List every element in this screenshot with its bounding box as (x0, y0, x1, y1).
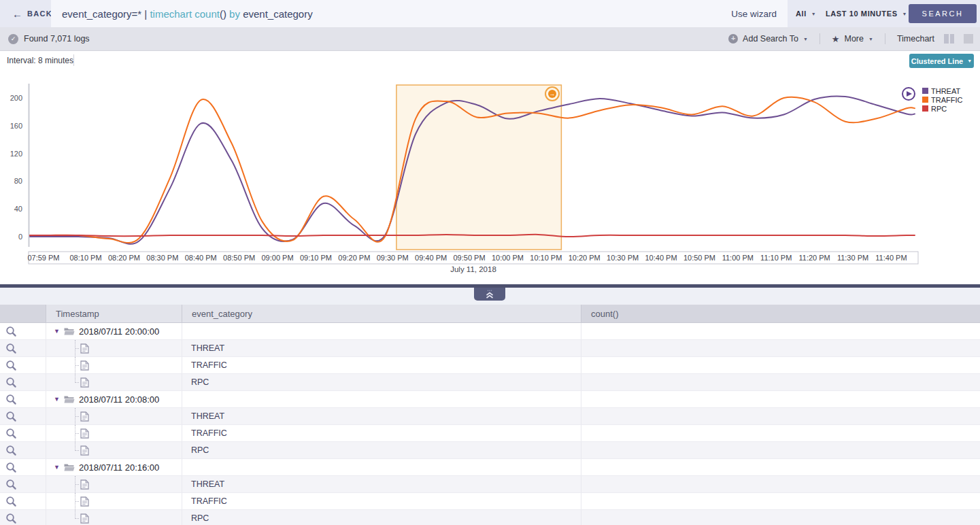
row-search-button[interactable] (5, 479, 17, 490)
chart-type-label: Clustered Line (911, 57, 963, 65)
back-button[interactable]: ← BACK (12, 0, 52, 27)
query-token: () (220, 8, 226, 20)
row-search-button[interactable] (5, 445, 17, 456)
search-button[interactable]: SEARCH (909, 4, 977, 23)
collapse-group-caret-icon[interactable]: ▼ (54, 328, 64, 335)
more-button[interactable]: ★ More ▼ (832, 34, 873, 44)
search-icon (5, 377, 17, 388)
table-header: Timestamp event_category count() (0, 305, 980, 323)
x-tick-label: 11:10 PM (760, 254, 792, 262)
tree-connector (75, 450, 79, 451)
document-icon-wrap (80, 377, 89, 388)
query-token: event_category=* (62, 8, 141, 20)
x-tick-label: 10:50 PM (683, 254, 715, 262)
row-search-button[interactable] (5, 377, 17, 388)
play-button[interactable] (902, 87, 915, 101)
arrow-right-icon: → (548, 90, 556, 98)
top-bar: ← BACK event_category=* | timechart coun… (0, 0, 980, 27)
chart-type-dropdown[interactable]: Clustered Line ▼ (909, 54, 974, 68)
x-tick-label: 08:20 PM (108, 254, 140, 262)
document-icon (80, 428, 89, 439)
row-search-button[interactable] (5, 360, 17, 371)
table-body: ▼2018/07/11 20:00:00THREATTRAFFICRPC▼201… (0, 323, 980, 525)
chart-panel: 0408012016020007:59 PM08:10 PM08:20 PM08… (0, 51, 980, 284)
x-tick-label: 09:40 PM (415, 254, 447, 262)
double-chevron-up-icon (484, 290, 495, 299)
single-panel-icon[interactable] (964, 34, 973, 44)
collapse-chart-tab[interactable] (474, 288, 505, 301)
query-token: by (226, 8, 243, 20)
table-row-event: THREAT (0, 340, 980, 357)
y-tick-label: 160 (10, 122, 22, 130)
search-icon (5, 394, 17, 405)
collapse-group-caret-icon[interactable]: ▼ (54, 396, 64, 403)
table-row-event: THREAT (0, 408, 980, 425)
x-tick-label: 08:40 PM (185, 254, 217, 262)
table-row-group: ▼2018/07/11 20:16:00 (0, 459, 980, 476)
table-row-group: ▼2018/07/11 20:00:00 (0, 323, 980, 340)
toolbar-separator (820, 33, 820, 44)
event-category-value: RPC (191, 445, 209, 455)
event-category-value: TRAFFIC (191, 496, 227, 506)
table-row-event: TRAFFIC (0, 357, 980, 374)
timechart[interactable]: 0408012016020007:59 PM08:10 PM08:20 PM08… (0, 51, 980, 284)
tree-connector (75, 365, 79, 366)
event-category-value: RPC (191, 513, 209, 523)
results-toolbar: ✓ Found 7,071 logs + Add Search To ▼ ★ M… (0, 27, 980, 51)
chevron-down-icon: ▼ (902, 12, 908, 16)
query-token: event_category (243, 8, 313, 20)
scope-dropdown[interactable]: All ▼ (796, 0, 816, 27)
search-icon (5, 479, 17, 490)
query-text: event_category=* | timechart count() by … (62, 8, 313, 20)
row-search-button[interactable] (5, 411, 17, 422)
collapse-group-caret-icon[interactable]: ▼ (54, 464, 64, 471)
query-token: timechart count (150, 8, 220, 20)
found-logs-status: ✓ Found 7,071 logs (8, 34, 90, 44)
tree-connector (75, 484, 79, 485)
search-query-input[interactable]: event_category=* | timechart count() by … (51, 0, 788, 27)
row-search-button[interactable] (5, 496, 17, 507)
x-tick-label: 11:30 PM (837, 254, 868, 262)
event-category-value: THREAT (191, 343, 224, 353)
toolbar-separator (885, 33, 885, 44)
x-tick-label: 10:10 PM (530, 254, 562, 262)
back-label: BACK (27, 10, 52, 18)
table-row-event: THREAT (0, 476, 980, 493)
row-search-button[interactable] (5, 428, 17, 439)
x-tick-label: 08:10 PM (69, 254, 101, 262)
document-icon (80, 496, 89, 507)
chart-date-label: July 11, 2018 (29, 265, 918, 273)
search-icon (5, 462, 17, 473)
star-icon: ★ (832, 35, 840, 44)
legend-label: TRAFFIC (931, 96, 962, 104)
row-search-button[interactable] (5, 343, 17, 354)
table-header-event-category[interactable]: event_category (182, 305, 581, 323)
row-search-button[interactable] (5, 513, 17, 524)
zoom-selection-button[interactable]: → (545, 86, 560, 101)
query-token: | (141, 8, 150, 20)
split-panel-icon[interactable] (944, 34, 954, 44)
tree-connector (75, 433, 79, 434)
group-timestamp: 2018/07/11 20:16:00 (79, 462, 159, 473)
event-category-value: THREAT (191, 411, 224, 421)
use-wizard-link[interactable]: Use wizard (731, 9, 777, 19)
log-search-app: { "topbar": { "back_label": "BACK", "que… (0, 0, 980, 525)
legend-item-threat[interactable]: THREAT (922, 86, 962, 95)
plus-circle-icon: + (728, 34, 738, 44)
legend-item-rpc[interactable]: RPC (922, 104, 962, 113)
row-search-button[interactable] (5, 462, 17, 473)
tree-connector (75, 518, 79, 519)
row-search-button[interactable] (5, 326, 17, 337)
x-tick-label: 10:20 PM (569, 254, 601, 262)
time-range-dropdown[interactable]: LAST 10 MINUTES ▼ (826, 0, 907, 27)
row-search-button[interactable] (5, 394, 17, 405)
document-icon-wrap (80, 513, 89, 524)
table-row-event: TRAFFIC (0, 493, 980, 510)
table-header-timestamp[interactable]: Timestamp (46, 305, 182, 323)
x-tick-label: 11:20 PM (798, 254, 830, 262)
chevron-down-icon: ▼ (967, 58, 972, 63)
table-header-count[interactable]: count() (581, 305, 980, 323)
document-icon-wrap (80, 428, 89, 439)
legend-item-traffic[interactable]: TRAFFIC (922, 95, 962, 104)
add-search-to-button[interactable]: + Add Search To ▼ (728, 34, 808, 44)
